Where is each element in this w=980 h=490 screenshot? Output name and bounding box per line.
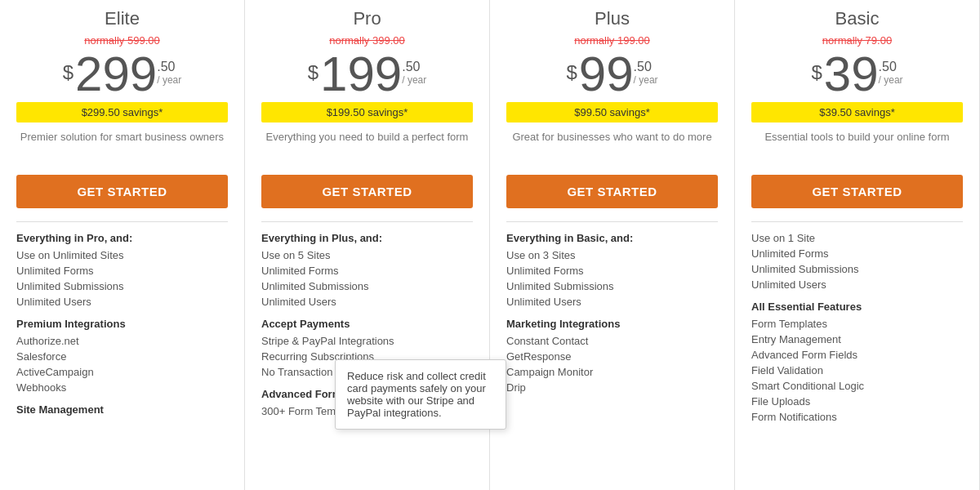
price-year: / year <box>402 74 426 86</box>
price-row: $199.50/ year <box>261 50 473 99</box>
price-cents-year: .50/ year <box>634 60 658 86</box>
price-dollar-sign: $ <box>566 61 577 84</box>
feature-item: Drip <box>506 381 718 394</box>
price-main: 199 <box>320 50 402 99</box>
feature-item: Authorize.net <box>16 335 228 347</box>
price-main: 99 <box>579 50 634 99</box>
plan-description: Premier solution for smart business owne… <box>16 131 228 165</box>
feature-item: Stripe & PayPal Integrations <box>261 335 473 347</box>
plan-col-basic: Basicnormally 79.00$39.50/ year$39.50 sa… <box>735 0 980 490</box>
savings-badge: $199.50 savings* <box>261 102 473 122</box>
feature-section-title: Premium Integrations <box>16 318 228 330</box>
feature-item: Unlimited Forms <box>751 247 963 260</box>
original-price: normally 399.00 <box>261 34 473 47</box>
feature-item: Form Notifications <box>751 411 963 423</box>
original-price: normally 79.00 <box>751 34 963 47</box>
feature-item: Use on 3 Sites <box>506 249 718 261</box>
feature-item: Constant Contact <box>506 335 718 347</box>
savings-badge: $299.50 savings* <box>16 102 228 122</box>
plan-name: Pro <box>261 0 473 34</box>
feature-item: Use on 5 Sites <box>261 249 473 261</box>
savings-badge: $99.50 savings* <box>506 102 718 122</box>
price-cents: .50 <box>879 60 903 74</box>
feature-item: Use on Unlimited Sites <box>16 249 228 261</box>
plan-name: Elite <box>16 0 228 34</box>
price-cents: .50 <box>634 60 658 74</box>
feature-section-title: Everything in Pro, and: <box>16 232 228 244</box>
original-price: normally 199.00 <box>506 34 718 47</box>
feature-item: Field Validation <box>751 364 963 376</box>
plan-col-plus: Plusnormally 199.00$99.50/ year$99.50 sa… <box>490 0 735 490</box>
feature-section-title: Everything in Basic, and: <box>506 232 718 244</box>
feature-item: Use on 1 Site <box>751 232 963 244</box>
feature-section-title: All Essential Features <box>751 301 963 313</box>
feature-section-title: Marketing Integrations <box>506 318 718 330</box>
price-cents-year: .50/ year <box>402 60 426 86</box>
feature-item: Unlimited Submissions <box>261 280 473 292</box>
plan-col-elite: Elitenormally 599.00$299.50/ year$299.50… <box>0 0 245 490</box>
feature-item: Unlimited Users <box>751 278 963 291</box>
price-cents: .50 <box>402 60 426 74</box>
feature-item: Unlimited Users <box>506 296 718 308</box>
feature-item: Campaign Monitor <box>506 366 718 378</box>
feature-item: Salesforce <box>16 350 228 363</box>
feature-item: Entry Management <box>751 333 963 345</box>
get-started-button[interactable]: GET STARTED <box>261 175 473 208</box>
pricing-container: Elitenormally 599.00$299.50/ year$299.50… <box>0 0 980 490</box>
price-cents-year: .50/ year <box>157 60 181 86</box>
price-dollar-sign: $ <box>63 61 74 84</box>
plan-description: Essential tools to build your online for… <box>751 131 963 165</box>
price-cents-year: .50/ year <box>879 60 903 86</box>
price-year: / year <box>157 74 181 86</box>
feature-item: Unlimited Forms <box>261 265 473 277</box>
plan-description: Everything you need to build a perfect f… <box>261 131 473 165</box>
feature-item: Unlimited Forms <box>16 265 228 277</box>
feature-item: Unlimited Forms <box>506 265 718 277</box>
price-row: $39.50/ year <box>751 50 963 99</box>
feature-item: Smart Conditional Logic <box>751 380 963 392</box>
price-row: $299.50/ year <box>16 50 228 99</box>
feature-item: Form Templates <box>751 318 963 330</box>
feature-item: Unlimited Submissions <box>506 280 718 292</box>
feature-section-title: Accept Payments <box>261 318 473 330</box>
plan-description: Great for businesses who want to do more <box>506 131 718 165</box>
payment-tooltip: Reduce risk and collect credit card paym… <box>335 359 506 430</box>
feature-item: File Uploads <box>751 395 963 408</box>
price-main: 39 <box>824 50 879 99</box>
plan-name: Basic <box>751 0 963 34</box>
original-price: normally 599.00 <box>16 34 228 47</box>
get-started-button[interactable]: GET STARTED <box>751 175 963 208</box>
savings-badge: $39.50 savings* <box>751 102 963 122</box>
feature-item: Unlimited Submissions <box>16 280 228 292</box>
price-row: $99.50/ year <box>506 50 718 99</box>
feature-item: Unlimited Users <box>16 296 228 308</box>
feature-item: Advanced Form Fields <box>751 349 963 361</box>
feature-item: GetResponse <box>506 350 718 363</box>
price-year: / year <box>634 74 658 86</box>
feature-item: ActiveCampaign <box>16 366 228 378</box>
feature-item: Unlimited Submissions <box>751 263 963 275</box>
price-year: / year <box>879 74 903 86</box>
get-started-button[interactable]: GET STARTED <box>16 175 228 208</box>
feature-section-title: Everything in Plus, and: <box>261 232 473 244</box>
feature-section-title: Site Management <box>16 403 228 416</box>
price-dollar-sign: $ <box>308 61 318 84</box>
feature-item: Unlimited Users <box>261 296 473 308</box>
price-cents: .50 <box>157 60 181 74</box>
feature-item: Webhooks <box>16 381 228 394</box>
price-dollar-sign: $ <box>811 61 822 84</box>
plan-name: Plus <box>506 0 718 34</box>
price-main: 299 <box>75 50 157 99</box>
get-started-button[interactable]: GET STARTED <box>506 175 718 208</box>
